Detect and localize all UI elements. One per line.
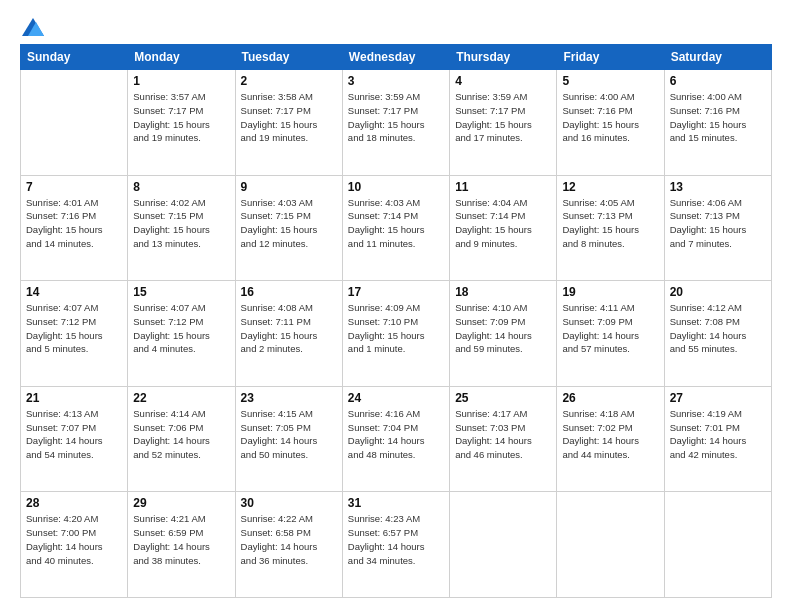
day-number: 26	[562, 391, 658, 405]
calendar-header-friday: Friday	[557, 45, 664, 70]
day-number: 16	[241, 285, 337, 299]
day-number: 18	[455, 285, 551, 299]
calendar-week-2: 7Sunrise: 4:01 AMSunset: 7:16 PMDaylight…	[21, 175, 772, 281]
day-info: Sunrise: 4:13 AMSunset: 7:07 PMDaylight:…	[26, 407, 122, 462]
calendar-week-5: 28Sunrise: 4:20 AMSunset: 7:00 PMDayligh…	[21, 492, 772, 598]
calendar-cell: 4Sunrise: 3:59 AMSunset: 7:17 PMDaylight…	[450, 70, 557, 176]
calendar-cell: 2Sunrise: 3:58 AMSunset: 7:17 PMDaylight…	[235, 70, 342, 176]
day-number: 12	[562, 180, 658, 194]
day-info: Sunrise: 4:03 AMSunset: 7:15 PMDaylight:…	[241, 196, 337, 251]
calendar-header-sunday: Sunday	[21, 45, 128, 70]
calendar-cell: 29Sunrise: 4:21 AMSunset: 6:59 PMDayligh…	[128, 492, 235, 598]
day-info: Sunrise: 4:23 AMSunset: 6:57 PMDaylight:…	[348, 512, 444, 567]
day-info: Sunrise: 4:16 AMSunset: 7:04 PMDaylight:…	[348, 407, 444, 462]
day-info: Sunrise: 4:01 AMSunset: 7:16 PMDaylight:…	[26, 196, 122, 251]
calendar-cell: 6Sunrise: 4:00 AMSunset: 7:16 PMDaylight…	[664, 70, 771, 176]
calendar-cell: 8Sunrise: 4:02 AMSunset: 7:15 PMDaylight…	[128, 175, 235, 281]
calendar-cell: 7Sunrise: 4:01 AMSunset: 7:16 PMDaylight…	[21, 175, 128, 281]
calendar-cell	[450, 492, 557, 598]
calendar-cell: 10Sunrise: 4:03 AMSunset: 7:14 PMDayligh…	[342, 175, 449, 281]
calendar-cell: 25Sunrise: 4:17 AMSunset: 7:03 PMDayligh…	[450, 386, 557, 492]
calendar-table: SundayMondayTuesdayWednesdayThursdayFrid…	[20, 44, 772, 598]
calendar-cell: 15Sunrise: 4:07 AMSunset: 7:12 PMDayligh…	[128, 281, 235, 387]
day-info: Sunrise: 4:21 AMSunset: 6:59 PMDaylight:…	[133, 512, 229, 567]
calendar-cell	[21, 70, 128, 176]
day-info: Sunrise: 4:10 AMSunset: 7:09 PMDaylight:…	[455, 301, 551, 356]
day-info: Sunrise: 4:20 AMSunset: 7:00 PMDaylight:…	[26, 512, 122, 567]
calendar-cell: 16Sunrise: 4:08 AMSunset: 7:11 PMDayligh…	[235, 281, 342, 387]
day-info: Sunrise: 3:59 AMSunset: 7:17 PMDaylight:…	[348, 90, 444, 145]
logo-text	[20, 18, 44, 36]
day-number: 21	[26, 391, 122, 405]
day-info: Sunrise: 4:19 AMSunset: 7:01 PMDaylight:…	[670, 407, 766, 462]
day-info: Sunrise: 4:08 AMSunset: 7:11 PMDaylight:…	[241, 301, 337, 356]
day-number: 24	[348, 391, 444, 405]
calendar-cell: 19Sunrise: 4:11 AMSunset: 7:09 PMDayligh…	[557, 281, 664, 387]
calendar-cell: 1Sunrise: 3:57 AMSunset: 7:17 PMDaylight…	[128, 70, 235, 176]
day-number: 29	[133, 496, 229, 510]
day-number: 31	[348, 496, 444, 510]
calendar-cell: 14Sunrise: 4:07 AMSunset: 7:12 PMDayligh…	[21, 281, 128, 387]
day-info: Sunrise: 4:00 AMSunset: 7:16 PMDaylight:…	[562, 90, 658, 145]
calendar-cell: 27Sunrise: 4:19 AMSunset: 7:01 PMDayligh…	[664, 386, 771, 492]
day-number: 10	[348, 180, 444, 194]
day-info: Sunrise: 4:05 AMSunset: 7:13 PMDaylight:…	[562, 196, 658, 251]
day-info: Sunrise: 4:18 AMSunset: 7:02 PMDaylight:…	[562, 407, 658, 462]
calendar-cell	[557, 492, 664, 598]
day-info: Sunrise: 4:22 AMSunset: 6:58 PMDaylight:…	[241, 512, 337, 567]
day-info: Sunrise: 4:02 AMSunset: 7:15 PMDaylight:…	[133, 196, 229, 251]
day-info: Sunrise: 4:14 AMSunset: 7:06 PMDaylight:…	[133, 407, 229, 462]
day-number: 3	[348, 74, 444, 88]
day-number: 8	[133, 180, 229, 194]
day-info: Sunrise: 4:09 AMSunset: 7:10 PMDaylight:…	[348, 301, 444, 356]
day-number: 28	[26, 496, 122, 510]
day-info: Sunrise: 4:17 AMSunset: 7:03 PMDaylight:…	[455, 407, 551, 462]
day-number: 11	[455, 180, 551, 194]
calendar-header-monday: Monday	[128, 45, 235, 70]
day-info: Sunrise: 4:07 AMSunset: 7:12 PMDaylight:…	[26, 301, 122, 356]
day-info: Sunrise: 4:06 AMSunset: 7:13 PMDaylight:…	[670, 196, 766, 251]
calendar-cell: 22Sunrise: 4:14 AMSunset: 7:06 PMDayligh…	[128, 386, 235, 492]
logo-icon	[22, 18, 44, 36]
day-number: 27	[670, 391, 766, 405]
day-info: Sunrise: 4:11 AMSunset: 7:09 PMDaylight:…	[562, 301, 658, 356]
day-number: 4	[455, 74, 551, 88]
day-number: 22	[133, 391, 229, 405]
calendar-cell: 18Sunrise: 4:10 AMSunset: 7:09 PMDayligh…	[450, 281, 557, 387]
day-number: 9	[241, 180, 337, 194]
day-number: 25	[455, 391, 551, 405]
day-info: Sunrise: 4:03 AMSunset: 7:14 PMDaylight:…	[348, 196, 444, 251]
calendar-cell: 23Sunrise: 4:15 AMSunset: 7:05 PMDayligh…	[235, 386, 342, 492]
calendar-header-thursday: Thursday	[450, 45, 557, 70]
calendar-cell: 21Sunrise: 4:13 AMSunset: 7:07 PMDayligh…	[21, 386, 128, 492]
calendar-week-3: 14Sunrise: 4:07 AMSunset: 7:12 PMDayligh…	[21, 281, 772, 387]
day-number: 20	[670, 285, 766, 299]
day-info: Sunrise: 4:07 AMSunset: 7:12 PMDaylight:…	[133, 301, 229, 356]
day-info: Sunrise: 3:57 AMSunset: 7:17 PMDaylight:…	[133, 90, 229, 145]
day-number: 17	[348, 285, 444, 299]
day-info: Sunrise: 3:59 AMSunset: 7:17 PMDaylight:…	[455, 90, 551, 145]
day-number: 7	[26, 180, 122, 194]
day-number: 6	[670, 74, 766, 88]
day-number: 5	[562, 74, 658, 88]
calendar-cell: 31Sunrise: 4:23 AMSunset: 6:57 PMDayligh…	[342, 492, 449, 598]
day-number: 2	[241, 74, 337, 88]
day-number: 19	[562, 285, 658, 299]
calendar-cell: 3Sunrise: 3:59 AMSunset: 7:17 PMDaylight…	[342, 70, 449, 176]
calendar-header-tuesday: Tuesday	[235, 45, 342, 70]
day-number: 23	[241, 391, 337, 405]
day-info: Sunrise: 4:15 AMSunset: 7:05 PMDaylight:…	[241, 407, 337, 462]
day-number: 13	[670, 180, 766, 194]
calendar-cell	[664, 492, 771, 598]
calendar-cell: 30Sunrise: 4:22 AMSunset: 6:58 PMDayligh…	[235, 492, 342, 598]
calendar-cell: 5Sunrise: 4:00 AMSunset: 7:16 PMDaylight…	[557, 70, 664, 176]
day-number: 15	[133, 285, 229, 299]
day-number: 30	[241, 496, 337, 510]
calendar-cell: 28Sunrise: 4:20 AMSunset: 7:00 PMDayligh…	[21, 492, 128, 598]
calendar-header-wednesday: Wednesday	[342, 45, 449, 70]
page: SundayMondayTuesdayWednesdayThursdayFrid…	[0, 0, 792, 612]
calendar-cell: 26Sunrise: 4:18 AMSunset: 7:02 PMDayligh…	[557, 386, 664, 492]
day-info: Sunrise: 4:00 AMSunset: 7:16 PMDaylight:…	[670, 90, 766, 145]
calendar-cell: 20Sunrise: 4:12 AMSunset: 7:08 PMDayligh…	[664, 281, 771, 387]
calendar-cell: 9Sunrise: 4:03 AMSunset: 7:15 PMDaylight…	[235, 175, 342, 281]
